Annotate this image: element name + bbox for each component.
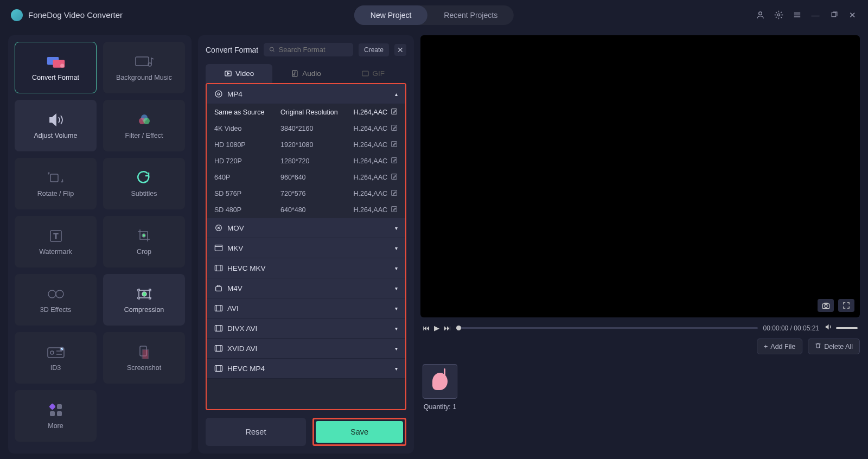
format-group-avi[interactable]: AVI▾ bbox=[207, 298, 405, 318]
preset-row[interactable]: 4K Video3840*2160H.264,AAC bbox=[207, 120, 405, 137]
format-list: MP4 ▴ Same as SourceOriginal ResolutionH… bbox=[206, 83, 406, 410]
preset-name: SD 480P bbox=[214, 206, 280, 214]
recent-projects-tab[interactable]: Recent Projects bbox=[427, 5, 514, 25]
tool-crop[interactable]: Crop bbox=[103, 216, 185, 267]
preview-area: ⏮ ▶ ⏭ 00:00:00 / 00:05:21 +Add File Dele… bbox=[420, 35, 860, 454]
edit-preset-icon[interactable] bbox=[391, 189, 398, 198]
svg-rect-30 bbox=[49, 403, 56, 410]
svg-rect-66 bbox=[215, 366, 222, 372]
svg-point-22 bbox=[142, 292, 146, 296]
format-icon bbox=[214, 284, 223, 292]
preset-row[interactable]: HD 1080P1920*1080H.264,AAC bbox=[207, 137, 405, 153]
format-icon bbox=[214, 224, 223, 232]
tool-watermark[interactable]: T Watermark bbox=[15, 216, 97, 267]
format-group-xvid-avi[interactable]: XVID AVI▾ bbox=[207, 339, 405, 359]
svg-rect-60 bbox=[215, 326, 222, 331]
user-icon[interactable] bbox=[755, 10, 765, 20]
progress-bar[interactable] bbox=[456, 327, 758, 329]
volume-slider[interactable] bbox=[836, 327, 858, 329]
chevron-down-icon: ▾ bbox=[395, 245, 398, 251]
3d-effects-icon bbox=[46, 286, 66, 302]
preset-row[interactable]: Same as SourceOriginal ResolutionH.264,A… bbox=[207, 104, 405, 120]
svg-point-70 bbox=[825, 304, 827, 307]
create-button[interactable]: Create bbox=[359, 43, 389, 56]
preset-resolution: 1280*720 bbox=[280, 157, 353, 165]
next-button[interactable]: ⏭ bbox=[444, 324, 451, 332]
video-player[interactable] bbox=[420, 35, 860, 317]
audio-tab[interactable]: Audio bbox=[272, 64, 339, 83]
edit-preset-icon[interactable] bbox=[391, 173, 398, 182]
preset-codec: H.264,AAC bbox=[353, 108, 398, 117]
save-button[interactable]: Save bbox=[316, 421, 403, 443]
tool-convert-format[interactable]: Convert Format bbox=[15, 42, 97, 93]
trash-icon bbox=[815, 342, 821, 350]
format-group-mov[interactable]: MOV▾ bbox=[207, 218, 405, 238]
rotate-flip-icon bbox=[46, 170, 66, 186]
chevron-down-icon: ▾ bbox=[395, 265, 398, 271]
clip-item[interactable]: Quantity: 1 bbox=[423, 364, 457, 411]
preset-row[interactable]: HD 720P1280*720H.264,AAC bbox=[207, 153, 405, 169]
preset-row[interactable]: SD 576P720*576H.264,AAC bbox=[207, 186, 405, 202]
volume-icon[interactable] bbox=[825, 323, 833, 333]
preset-resolution: 640*480 bbox=[280, 206, 353, 214]
menu-icon[interactable] bbox=[792, 10, 802, 20]
tool-more[interactable]: More bbox=[15, 390, 97, 442]
tool-filter-effect[interactable]: Filter / Effect bbox=[103, 100, 185, 151]
play-button[interactable]: ▶ bbox=[434, 324, 439, 332]
tool-id3[interactable]: ID3 bbox=[15, 332, 97, 384]
tool-compression[interactable]: Compression bbox=[103, 274, 185, 326]
maximize-button[interactable] bbox=[829, 10, 839, 20]
format-group-m4v[interactable]: M4V▾ bbox=[207, 278, 405, 298]
format-group-mp4[interactable]: MP4 ▴ bbox=[207, 84, 405, 104]
video-tab[interactable]: Video bbox=[206, 64, 272, 83]
edit-preset-icon[interactable] bbox=[391, 124, 398, 133]
delete-all-button[interactable]: Delete All bbox=[808, 339, 860, 354]
tool-adjust-volume[interactable]: Adjust Volume bbox=[15, 100, 97, 151]
edit-preset-icon[interactable] bbox=[391, 157, 398, 165]
settings-icon[interactable] bbox=[774, 10, 783, 20]
preset-row[interactable]: SD 480P640*480H.264,AAC bbox=[207, 202, 405, 218]
fullscreen-button[interactable] bbox=[838, 299, 854, 312]
preset-name: 4K Video bbox=[214, 125, 280, 132]
edit-preset-icon[interactable] bbox=[391, 141, 398, 149]
clip-thumbnail[interactable] bbox=[423, 364, 457, 399]
preset-row[interactable]: 640P960*640H.264,AAC bbox=[207, 169, 405, 186]
svg-point-1 bbox=[777, 14, 780, 16]
preset-codec: H.264,AAC bbox=[353, 189, 398, 198]
add-file-button[interactable]: +Add File bbox=[757, 339, 802, 354]
svg-line-35 bbox=[273, 50, 274, 52]
tool-background-music[interactable]: Background Music bbox=[103, 42, 185, 93]
edit-preset-icon[interactable] bbox=[391, 206, 398, 214]
tool-subtitles[interactable]: Subtitles bbox=[103, 158, 185, 209]
gif-icon bbox=[361, 69, 369, 78]
project-tabs: New Project Recent Projects bbox=[354, 5, 514, 25]
prev-button[interactable]: ⏮ bbox=[423, 324, 430, 332]
app-title: FoneDog Video Converter bbox=[28, 10, 123, 20]
minimize-button[interactable]: — bbox=[810, 10, 820, 20]
format-icon bbox=[214, 304, 223, 313]
tool-rotate-flip[interactable]: Rotate / Flip bbox=[15, 158, 97, 209]
reset-button[interactable]: Reset bbox=[206, 418, 306, 446]
more-icon bbox=[46, 403, 66, 418]
format-group-hevc-mkv[interactable]: HEVC MKV▾ bbox=[207, 258, 405, 278]
edit-preset-icon[interactable] bbox=[391, 108, 398, 117]
close-button[interactable]: ✕ bbox=[847, 10, 857, 20]
snapshot-button[interactable] bbox=[818, 299, 834, 312]
clip-quantity-label: Quantity: 1 bbox=[424, 403, 456, 411]
gif-tab[interactable]: GIF bbox=[340, 64, 406, 83]
progress-handle[interactable] bbox=[456, 326, 461, 330]
tools-sidebar: Convert Format Background Music Adjust V… bbox=[8, 35, 192, 454]
format-group-mkv[interactable]: MKV▾ bbox=[207, 238, 405, 258]
format-group-divx-avi[interactable]: DIVX AVI▾ bbox=[207, 318, 405, 339]
close-panel-button[interactable]: ✕ bbox=[394, 44, 406, 56]
svg-point-17 bbox=[142, 234, 145, 237]
tool-3d-effects[interactable]: 3D Effects bbox=[15, 274, 97, 326]
new-project-tab[interactable]: New Project bbox=[354, 5, 427, 25]
audio-icon bbox=[291, 69, 299, 78]
format-group-hevc-mp4[interactable]: HEVC MP4▾ bbox=[207, 359, 405, 379]
format-icon bbox=[214, 244, 223, 252]
svg-rect-31 bbox=[57, 404, 62, 409]
preset-resolution: 720*576 bbox=[280, 190, 353, 197]
search-format-input[interactable] bbox=[264, 43, 353, 56]
tool-screenshot[interactable]: Screenshot bbox=[103, 332, 185, 384]
